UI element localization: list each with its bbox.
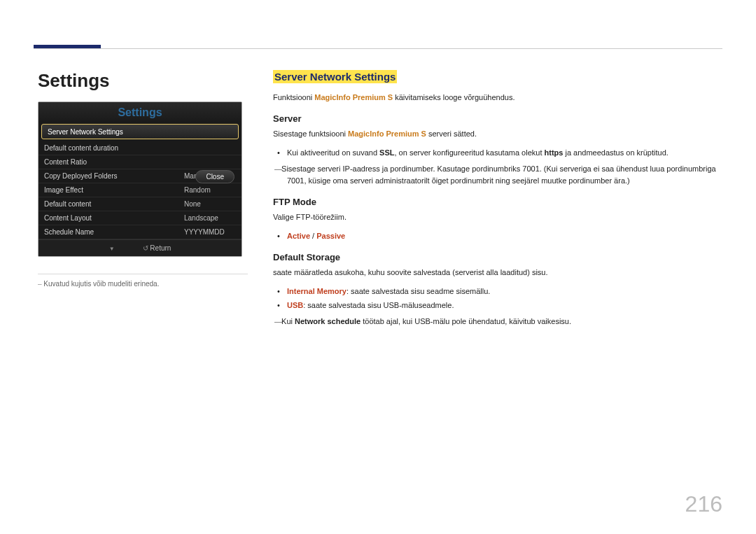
list-item: Internal Memory: saate salvestada sisu s… bbox=[287, 286, 718, 297]
option-passive: Passive bbox=[316, 232, 345, 240]
osd-row-label: Schedule Name bbox=[44, 228, 184, 236]
list-item: USB: saate salvestada sisu USB-mäluseadm… bbox=[287, 300, 718, 311]
text: Sisestage funktsiooni bbox=[273, 129, 348, 138]
osd-row-label: Content Ratio bbox=[44, 158, 184, 166]
osd-row-label: Default content bbox=[44, 200, 184, 208]
list-item: Active / Passive bbox=[287, 230, 718, 242]
return-label: Return bbox=[150, 244, 171, 252]
osd-footer: Return bbox=[38, 239, 241, 256]
osd-row-value: YYYYMMDD bbox=[184, 228, 236, 236]
server-text: Sisestage funktsiooni MagicInfo Premium … bbox=[273, 128, 718, 140]
divider bbox=[38, 274, 248, 274]
term-ssl: SSL bbox=[379, 148, 394, 157]
osd-row-label: Image Effect bbox=[44, 186, 184, 194]
chevron-down-icon bbox=[109, 244, 115, 252]
osd-screenshot: Settings Server Network Settings Default… bbox=[38, 101, 242, 257]
ftp-text: Valige FTP-töörežiim. bbox=[273, 211, 718, 223]
option-internal-memory: Internal Memory bbox=[287, 287, 346, 295]
separator: / bbox=[310, 232, 316, 240]
osd-row-value: None bbox=[184, 200, 236, 208]
text: Kui aktiveeritud on suvand bbox=[287, 148, 379, 157]
osd-row[interactable]: Schedule Name YYYYMMDD bbox=[38, 225, 241, 239]
subheading-storage: Default Storage bbox=[273, 252, 718, 262]
text: Funktsiooni bbox=[273, 93, 314, 101]
text: töötab ajal, kui USB-mälu pole ühendatud… bbox=[360, 317, 571, 325]
brand-name: MagicInfo Premium S bbox=[314, 93, 393, 101]
close-button[interactable]: Close bbox=[195, 170, 234, 183]
bullet-list: Internal Memory: saate salvestada sisu s… bbox=[273, 286, 718, 311]
section-heading-highlight: Server Network Settings bbox=[273, 70, 397, 83]
option-active: Active bbox=[287, 232, 310, 240]
term-network-schedule: Network schedule bbox=[295, 317, 360, 325]
text: : saate salvestada sisu seadme sisemällu… bbox=[346, 287, 490, 295]
osd-row-server-network[interactable]: Server Network Settings bbox=[41, 124, 239, 139]
osd-row[interactable]: Image Effect Random bbox=[38, 183, 241, 197]
text: : saate salvestada sisu USB-mäluseadmele… bbox=[303, 301, 454, 309]
osd-row[interactable]: Default content duration bbox=[38, 141, 241, 155]
brand-name: MagicInfo Premium S bbox=[348, 129, 426, 138]
subheading-server: Server bbox=[273, 113, 718, 124]
intro-text: Funktsiooni MagicInfo Premium S käivitam… bbox=[273, 92, 718, 104]
osd-row-label: Server Network Settings bbox=[48, 128, 232, 136]
storage-text: saate määratleda asukoha, kuhu soovite s… bbox=[273, 267, 718, 279]
osd-row[interactable]: Content Ratio bbox=[38, 155, 241, 169]
osd-row[interactable]: Content Layout Landscape bbox=[38, 211, 241, 225]
text: ja andmeedastus on krüptitud. bbox=[563, 148, 668, 157]
subheading-ftp: FTP Mode bbox=[273, 197, 718, 207]
bullet-list: Kui aktiveeritud on suvand SSL, on serve… bbox=[273, 147, 718, 159]
osd-title: Settings bbox=[38, 102, 241, 122]
page-number: 216 bbox=[685, 491, 722, 517]
server-note: Sisestage serveri IP-aadress ja pordinum… bbox=[273, 163, 718, 187]
text: , on server konfigureeritud kasutama ole… bbox=[395, 148, 545, 157]
storage-note: Kui Network schedule töötab ajal, kui US… bbox=[273, 316, 718, 328]
header-rule bbox=[34, 48, 722, 49]
term-https: https bbox=[545, 148, 564, 157]
osd-row-label: Default content duration bbox=[44, 144, 184, 152]
text: serveri sätted. bbox=[426, 129, 477, 138]
osd-row-label: Copy Deployed Folders bbox=[44, 172, 184, 180]
osd-row-value: Landscape bbox=[184, 214, 236, 222]
page-heading: Settings bbox=[38, 70, 248, 92]
text: käivitamiseks looge võrguühendus. bbox=[393, 93, 514, 101]
bullet-list: Active / Passive bbox=[273, 230, 718, 242]
osd-row[interactable]: Default content None bbox=[38, 197, 241, 211]
image-caption: Kuvatud kujutis võib mudeliti erineda. bbox=[38, 280, 248, 288]
return-button[interactable]: Return bbox=[143, 244, 172, 252]
osd-row-value: Random bbox=[184, 186, 236, 194]
option-usb: USB bbox=[287, 301, 303, 309]
osd-body: Server Network Settings Default content … bbox=[38, 124, 241, 239]
text: Kui bbox=[281, 317, 295, 325]
list-item: Kui aktiveeritud on suvand SSL, on serve… bbox=[287, 147, 718, 159]
osd-row-label: Content Layout bbox=[44, 214, 184, 222]
